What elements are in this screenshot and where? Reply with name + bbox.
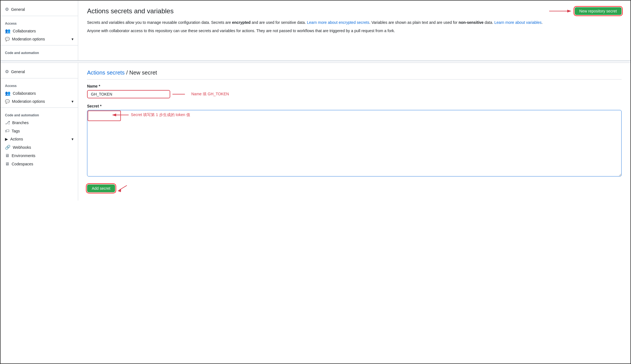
add-secret-button[interactable]: Add secret xyxy=(87,184,115,192)
chevron-down-icon-top: ▾ xyxy=(72,37,73,41)
sidebar-item-actions[interactable]: ▶ Actions ▾ xyxy=(1,135,78,143)
sidebar-item-moderation-top[interactable]: 💬 Moderation options ▾ xyxy=(1,35,78,43)
arrow-to-new-secret xyxy=(549,8,571,14)
name-annotation-text: Name 填 GH_TOKEN xyxy=(191,92,229,97)
sidebar-access-section-top: Access xyxy=(1,18,78,27)
name-input[interactable] xyxy=(87,90,170,98)
secret-form-group: Secret * Secret 填写第 1 步生成的 token 值 xyxy=(87,104,622,177)
sidebar-item-moderation-bottom[interactable]: 💬 Moderation options ▾ xyxy=(1,98,78,105)
sidebar-item-collaborators-top[interactable]: 👥 Collaborators xyxy=(1,27,78,35)
breadcrumb-separator: / New secret xyxy=(125,70,157,76)
desc1-text1: Secrets and variables allow you to manag… xyxy=(87,20,232,25)
breadcrumb: Actions secrets / New secret xyxy=(87,70,622,80)
sidebar-item-branches[interactable]: ⎇ Branches xyxy=(1,118,78,127)
header-btn-area: New repository secret xyxy=(549,7,622,15)
learn-more-variables-link[interactable]: Learn more about variables xyxy=(494,20,541,25)
sidebar-environments-label: Environments xyxy=(12,153,35,158)
add-secret-arrow-svg xyxy=(116,181,130,195)
sidebar-moderation-bottom-label: Moderation options xyxy=(12,99,45,104)
top-sidebar: ⚙ General Access 👥 Collaborators 💬 Moder… xyxy=(1,1,78,60)
desc1-text5: . xyxy=(541,20,543,25)
people-icon-bottom: 👥 xyxy=(5,91,11,96)
webhooks-icon: 🔗 xyxy=(5,145,11,150)
secret-arrow-svg xyxy=(112,112,129,118)
sidebar-moderation-top-label: Moderation options xyxy=(12,37,45,41)
sidebar-item-general-top[interactable]: ⚙ General xyxy=(1,5,78,14)
secret-annotation-row: Secret 填写第 1 步生成的 token 值 xyxy=(112,112,190,118)
learn-more-secrets-link[interactable]: Learn more about encrypted secrets xyxy=(307,20,369,25)
description-1: Secrets and variables allow you to manag… xyxy=(87,19,622,25)
red-arrow-svg xyxy=(549,8,571,14)
desc1-bold1: encrypted xyxy=(232,20,251,25)
sidebar-tags-label: Tags xyxy=(12,129,20,133)
environments-icon: 🖥 xyxy=(5,153,9,158)
secret-textarea[interactable] xyxy=(87,110,622,176)
bottom-sidebar: ⚙ General Access 👥 Collaborators 💬 Moder… xyxy=(1,63,78,201)
actions-icon: ▶ xyxy=(5,137,8,141)
sidebar-item-environments[interactable]: 🖥 Environments xyxy=(1,152,78,160)
sidebar-item-general-bottom[interactable]: ⚙ General xyxy=(1,67,78,76)
sidebar-code-automation-section-top: Code and automation xyxy=(1,48,78,56)
new-repository-secret-button[interactable]: New repository secret xyxy=(575,7,622,15)
name-field-row: Name 填 GH_TOKEN xyxy=(87,90,622,98)
sidebar-webhooks-label: Webhooks xyxy=(13,145,31,150)
sidebar-actions-label: Actions xyxy=(10,137,23,141)
section-divider xyxy=(1,61,630,63)
desc1-bold2: non-sensitive xyxy=(459,20,484,25)
sidebar-item-webhooks[interactable]: 🔗 Webhooks xyxy=(1,143,78,152)
sidebar-code-automation-bottom: Code and automation xyxy=(1,110,78,118)
sidebar-item-codespaces[interactable]: 🖥 Codespaces xyxy=(1,160,78,168)
sidebar-general-bottom-label: General xyxy=(11,70,25,74)
sidebar-codespaces-label: Codespaces xyxy=(12,162,33,166)
codespaces-icon: 🖥 xyxy=(5,162,9,166)
description-2: Anyone with collaborator access to this … xyxy=(87,28,622,34)
moderation-icon-top: 💬 xyxy=(5,37,10,41)
add-secret-row: Add secret xyxy=(87,183,622,194)
name-form-group: Name * Name 填 GH_TOKEN xyxy=(87,84,622,98)
page-title: Actions secrets and variables xyxy=(87,7,174,15)
sidebar-item-collaborators-bottom[interactable]: 👥 Collaborators xyxy=(1,89,78,98)
secret-label: Secret * xyxy=(87,104,622,108)
sidebar-item-tags[interactable]: 🏷 Tags xyxy=(1,127,78,135)
sidebar-collaborators-bottom-label: Collaborators xyxy=(13,91,36,96)
name-arrow-svg xyxy=(172,91,189,98)
svg-marker-1 xyxy=(567,10,571,12)
form-section: Actions secrets / New secret Name * Name… xyxy=(78,63,630,201)
desc1-text4: data. xyxy=(484,20,494,25)
gear-icon: ⚙ xyxy=(5,7,9,12)
sidebar-general-top-label: General xyxy=(11,7,25,12)
sidebar-collaborators-top-label: Collaborators xyxy=(13,29,36,33)
desc1-text2: and are used for sensitive data. xyxy=(251,20,307,25)
svg-marker-5 xyxy=(112,114,116,116)
branches-icon: ⎇ xyxy=(5,120,10,125)
breadcrumb-link[interactable]: Actions secrets xyxy=(87,70,125,76)
top-main-content: Actions secrets and variables New reposi… xyxy=(78,1,630,60)
desc1-text3: . Variables are shown as plain text and … xyxy=(369,20,459,25)
sidebar-access-section-bottom: Access xyxy=(1,81,78,89)
sidebar-branches-label: Branches xyxy=(12,121,29,125)
people-icon: 👥 xyxy=(5,28,11,34)
secret-textarea-container: Secret 填写第 1 步生成的 token 值 xyxy=(87,110,622,177)
moderation-icon-bottom: 💬 xyxy=(5,99,10,104)
name-label: Name * xyxy=(87,84,622,88)
gear-icon-bottom: ⚙ xyxy=(5,69,9,74)
tags-icon: 🏷 xyxy=(5,129,9,134)
secret-annotation-text: Secret 填写第 1 步生成的 token 值 xyxy=(131,112,190,117)
top-main-header: Actions secrets and variables New reposi… xyxy=(87,7,622,15)
chevron-down-icon-bottom: ▾ xyxy=(72,99,73,104)
chevron-down-icon-actions: ▾ xyxy=(72,137,73,141)
